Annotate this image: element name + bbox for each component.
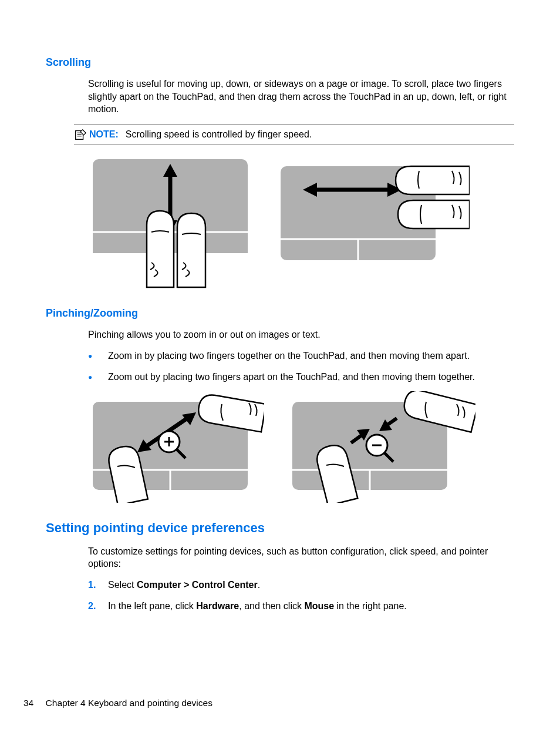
touchpad-scroll-horizontal-illustration <box>276 154 470 266</box>
step2-e: in the right pane. <box>334 601 407 611</box>
list-item: In the left pane, click Hardware, and th… <box>88 600 514 613</box>
chapter-label: Chapter 4 Keyboard and pointing devices <box>46 698 212 708</box>
step1-suffix: . <box>258 580 260 590</box>
note-label: NOTE: <box>89 129 119 139</box>
step2-b: Hardware <box>196 601 239 611</box>
note-box: NOTE:Scrolling speed is controlled by fi… <box>74 124 514 145</box>
page-footer: 34 Chapter 4 Keyboard and pointing devic… <box>23 697 212 710</box>
touchpad-scroll-vertical-illustration <box>88 154 252 290</box>
step1-prefix: Select <box>108 580 137 590</box>
pinching-images-row <box>88 391 514 503</box>
touchpad-zoom-out-illustration <box>288 391 475 503</box>
heading-scrolling: Scrolling <box>46 55 514 69</box>
page-content: Scrolling Scrolling is useful for moving… <box>0 0 560 612</box>
pinching-paragraph: Pinching allows you to zoom in or out on… <box>88 328 514 341</box>
list-item: Zoom out by placing two fingers apart on… <box>88 371 514 384</box>
setting-paragraph: To customize settings for pointing devic… <box>88 545 514 570</box>
scrolling-paragraph: Scrolling is useful for moving up, down,… <box>88 78 514 116</box>
list-item: Zoom in by placing two fingers together … <box>88 350 514 362</box>
steps-list: Select Computer > Control Center. In the… <box>88 579 514 612</box>
touchpad-zoom-in-illustration <box>88 391 264 503</box>
scrolling-images-row <box>88 154 514 290</box>
pinching-bullet-list: Zoom in by placing two fingers together … <box>88 350 514 383</box>
note-text: Scrolling speed is controlled by finger … <box>126 129 312 139</box>
step2-a: In the left pane, click <box>108 601 196 611</box>
heading-pinching: Pinching/Zooming <box>46 306 514 320</box>
heading-setting-preferences: Setting pointing device preferences <box>46 519 514 537</box>
list-item: Select Computer > Control Center. <box>88 579 514 592</box>
step1-bold: Computer > Control Center <box>137 580 258 590</box>
page-number: 34 <box>23 698 33 708</box>
step2-d: Mouse <box>304 601 334 611</box>
note-icon <box>74 128 87 141</box>
note-text-line: NOTE:Scrolling speed is controlled by fi… <box>89 128 312 141</box>
step2-c: , and then click <box>239 601 304 611</box>
